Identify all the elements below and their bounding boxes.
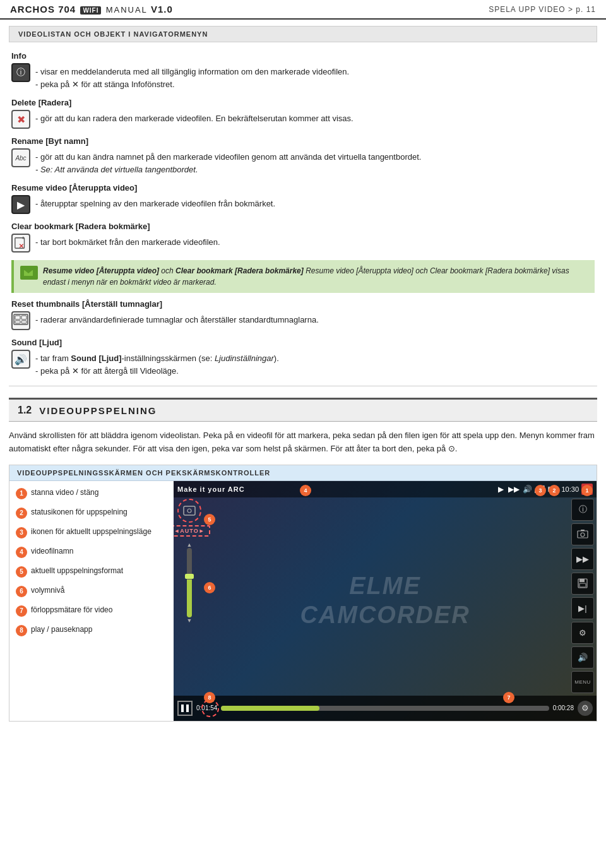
settings-btn[interactable]: ⚙	[571, 622, 594, 644]
volume-icon[interactable]: 🔊	[521, 484, 533, 495]
label-item-3: 3 ikonen för aktuellt uppspelningsläge	[16, 526, 167, 538]
svg-rect-29	[181, 705, 184, 712]
subsection-header: 1.2 VIDEOUPPSPELNING	[9, 398, 597, 422]
clearbookmark-bullet-1: - tar bort bokmärket från den markerade …	[35, 236, 595, 249]
label-item-5: 5 aktuellt uppspelningsformat	[16, 566, 167, 578]
label-item-6: 6 volymnivå	[16, 585, 167, 597]
item-info-row: ⓘ - visar en meddelanderuta med all till…	[11, 63, 595, 90]
player-right-panel[interactable]: ⓘ ▶▶ ▶| ⚙	[569, 496, 597, 696]
svg-rect-21	[184, 506, 195, 515]
progress-fill	[221, 706, 319, 711]
main-content: Info ⓘ - visar en meddelanderuta med all…	[0, 51, 606, 377]
sound-bullet-2: - peka på ✕ för att återgå till Videoläg…	[35, 365, 595, 378]
label-text-2: statusikonen för uppspelning	[31, 507, 128, 518]
delete-icon: ✖	[11, 110, 30, 129]
page-header: ARCHOS 704 WIFI MANUAL V1.0 SPELA UPP VI…	[0, 0, 606, 20]
resume-bullet-1: - återupptar spelning av den markerade v…	[35, 198, 595, 210]
item-sound-title: Sound [Ljud]	[11, 338, 595, 347]
notice-icon	[20, 266, 38, 280]
clearbookmark-icon	[11, 234, 30, 253]
volume-btn[interactable]: 🔊	[571, 646, 594, 669]
label-text-1: stanna video / stäng	[31, 487, 98, 498]
notice-text: Resume video [Återuppta video] och Clear…	[43, 265, 588, 288]
label-num-5: 5	[16, 566, 27, 578]
delete-bullet-1: - gör att du kan radera den markerade vi…	[35, 112, 595, 125]
item-clearbookmark-desc: - tar bort bokmärket från den markerade …	[35, 234, 595, 249]
svg-rect-9	[15, 316, 20, 319]
resume-icon: ▶	[11, 195, 30, 214]
label-num-6: 6	[16, 586, 27, 597]
item-reset-thumbs-row: - raderar användardefinierade tumnaglar …	[11, 311, 595, 330]
photo-btn[interactable]	[571, 523, 594, 545]
fastforward-icon[interactable]: ▶▶	[508, 484, 520, 495]
item-info-title: Info	[11, 51, 595, 61]
player-left-panel: ◄AUTO► ▲ ▼	[174, 496, 205, 696]
item-resume: Resume video [Återuppta video] ▶ - återu…	[11, 183, 595, 214]
section-title: VIDEOLISTAN OCH OBJEKT I NAVIGATORMENYN	[9, 26, 597, 42]
label-text-7: förloppsmätare för video	[31, 605, 112, 615]
svg-rect-12	[21, 321, 27, 323]
player-bg-text: ELME CAMCORDER	[300, 572, 470, 629]
current-time: 0:01:54	[196, 705, 217, 711]
progress-bar[interactable]	[221, 706, 549, 711]
item-resume-row: ▶ - återupptar spelning av den markerade…	[11, 195, 595, 214]
overlay-num-1: 1	[581, 485, 593, 496]
version-label: V1.0	[151, 4, 173, 15]
label-text-4: videofilnamn	[31, 546, 73, 557]
overlay-num-5: 5	[204, 514, 215, 525]
item-info: Info ⓘ - visar en meddelanderuta med all…	[11, 51, 595, 90]
video-content: 1 stanna video / stäng 2 statusikonen fö…	[9, 481, 597, 721]
label-item-4: 4 videofilnamn	[16, 546, 167, 558]
svg-rect-10	[21, 316, 27, 319]
item-info-desc: - visar en meddelanderuta med all tillgä…	[35, 63, 595, 90]
label-num-3: 3	[16, 527, 27, 538]
auto-badge: ◄AUTO►	[174, 525, 210, 537]
label-item-7: 7 förloppsmätare för video	[16, 605, 167, 617]
label-item-2: 2 statusikonen för uppspelning	[16, 507, 167, 519]
svg-point-24	[581, 533, 585, 537]
svg-rect-25	[581, 530, 585, 531]
clock-display: 10:30	[561, 485, 579, 493]
player-title: Make it your ARC	[177, 485, 245, 493]
save-btn[interactable]	[571, 573, 594, 595]
remaining-time: 0:00:28	[553, 705, 574, 711]
player-bottombar: 0:01:54 0:00:28 ⚙	[174, 696, 597, 721]
overlay-num-4: 4	[300, 485, 311, 496]
manual-label: MANUAL	[106, 5, 148, 15]
page-reference: SPELA UPP VIDEO > p. 11	[489, 5, 596, 14]
subsection-label: VIDEOUPPSPELNING	[39, 405, 157, 416]
svg-rect-27	[579, 579, 585, 582]
svg-rect-11	[15, 321, 20, 323]
item-sound: Sound [Ljud] 🔊 - tar fram Sound [Ljud]-i…	[11, 338, 595, 377]
rename-icon: Abc	[11, 148, 30, 167]
item-clearbookmark: Clear bookmark [Radera bokmärke] - tar b…	[11, 222, 595, 253]
play-pause-button[interactable]	[177, 701, 193, 716]
section-divider	[9, 386, 597, 386]
item-reset-thumbs-desc: - raderar användardefinierade tumnaglar …	[35, 311, 595, 326]
item-rename-desc: - gör att du kan ändra namnet på den mar…	[35, 148, 595, 175]
play-icon[interactable]: ▶	[495, 484, 506, 495]
item-sound-row: 🔊 - tar fram Sound [Ljud]-inställningssk…	[11, 350, 595, 377]
info-btn[interactable]: ⓘ	[571, 499, 594, 521]
label-item-8: 8 play / pauseknapp	[16, 624, 167, 636]
skipfwd-btn[interactable]: ▶|	[571, 597, 594, 619]
menu-btn[interactable]: MENU	[571, 671, 594, 693]
item-resume-title: Resume video [Återuppta video]	[11, 183, 595, 193]
rename-bullet-2: - Se: Att använda det virtuella tangentb…	[35, 163, 595, 176]
body-text: Använd skrollisten för att bläddra igeno…	[0, 429, 606, 456]
fastfwd-btn[interactable]: ▶▶	[571, 548, 594, 570]
item-clearbookmark-title: Clear bookmark [Radera bokmärke]	[11, 222, 595, 231]
settings-button-bottom[interactable]: ⚙	[578, 701, 593, 716]
item-reset-thumbs-title: Reset thumbnails [Återställ tumnaglar]	[11, 299, 595, 309]
item-delete: Delete [Radera] ✖ - gör att du kan rader…	[11, 98, 595, 129]
video-player[interactable]: ELME CAMCORDER Make it your ARC ▶ ▶▶ 🔊	[174, 481, 597, 721]
label-num-1: 1	[16, 488, 27, 499]
label-text-3: ikonen för aktuellt uppspelningsläge	[31, 526, 152, 537]
header-brand: ARCHOS 704 WIFI MANUAL V1.0	[10, 4, 173, 15]
brand-name: ARCHOS 704	[10, 4, 76, 15]
info-icon: ⓘ	[11, 63, 30, 82]
subsection-num: 1.2	[18, 405, 32, 416]
info-bullet-1: - visar en meddelanderuta med all tillgä…	[35, 66, 595, 78]
label-num-7: 7	[16, 605, 27, 617]
label-text-5: aktuellt uppspelningsformat	[31, 566, 123, 576]
